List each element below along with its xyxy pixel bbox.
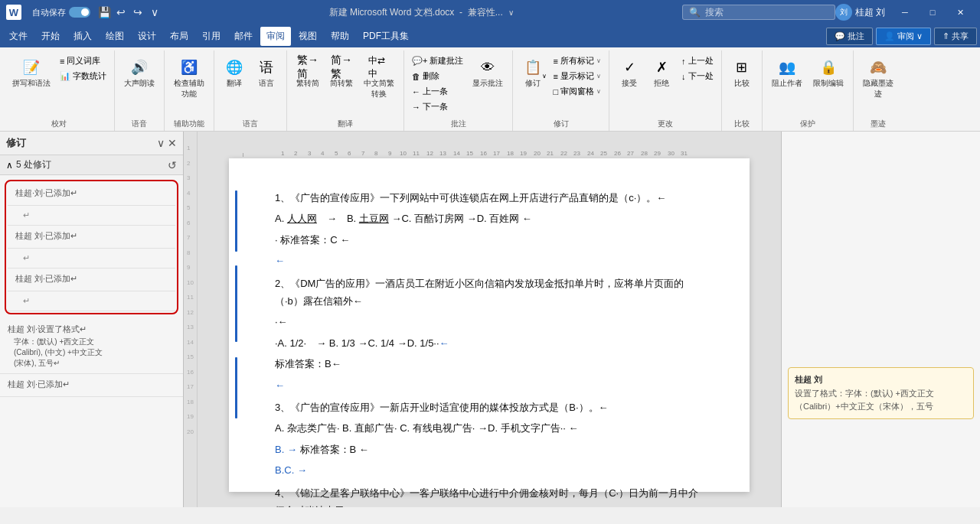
wordcount-button[interactable]: 📊 字数统计 [57,69,109,83]
menu-draw[interactable]: 绘图 [100,27,130,46]
thesaurus-button[interactable]: ≡ 同义词库 [57,54,109,68]
user-info[interactable]: 刘 桂超 刘 [835,4,885,21]
maximize-button[interactable]: □ [919,0,946,24]
comment-button[interactable]: 💬 批注 [826,28,873,45]
track-small-group: ≡ 所有标记 ∨ ≡ 显示标记 ∨ □ 审阅窗格 ∨ [550,54,604,99]
read-aloud-button[interactable]: 🔊 大声朗读 [119,54,159,92]
menu-home[interactable]: 开始 [35,27,66,46]
track-changes-button[interactable]: 📋 修订 ∨ [518,54,548,92]
q3-answers: A. 杂志类广告· B. 直邮广告· C. 有线电视广告· →D. 手机文字广告… [275,419,704,437]
ribbon-group-translate-content: 繁→简 繁转简 简→繁 简转繁 中⇄中 中文简繁转换 [292,50,399,117]
menu-file[interactable]: 文件 [3,27,34,46]
q3-added-text: B. → [275,444,297,455]
undo-icon[interactable]: ↩ [115,6,127,18]
document-area[interactable]: 1 2 3 4 5 6 7 8 9 10 11 12 13 14 15 16 1 [198,132,781,507]
block-authors-button[interactable]: 👥 阻止作者 [767,54,807,92]
check-accessibility-button[interactable]: ♿ 检查辅助功能 [169,54,209,103]
ruler: 1 2 3 4 5 6 7 8 9 10 11 12 13 14 15 16 1 [198,147,780,157]
review-dropdown[interactable]: ∨ [916,31,923,41]
share-label: 共享 [952,31,969,42]
language-button[interactable]: 语 语言 [251,54,282,92]
new-comment-button[interactable]: 💬+ 新建批注 [409,54,466,68]
revision-item[interactable]: 桂超 刘·已添加↵ [8,269,175,291]
revision-refresh-icon[interactable]: ↺ [168,159,177,171]
comment-author-name: 桂超 刘 [795,374,967,386]
title-search-bar[interactable]: 🔍 [682,5,835,20]
revision-item[interactable]: ↵ [8,249,175,269]
ribbon-group-compare-content: ⊞ 比较 [727,50,757,117]
document-page[interactable]: 1、《广告的宣传应用》一下列网站中可供连锁店在网上开店进行产品直销的是（c·）。… [229,158,750,492]
menu-design[interactable]: 设计 [132,27,162,46]
q1-a-underline: 人人网 [287,213,317,224]
menu-view[interactable]: 视图 [292,27,323,46]
ribbon-group-ink-content: 🙈 隐藏墨迹迹 [858,50,898,117]
revision-item[interactable]: 桂超·刘·已添加↵ [8,183,175,206]
menu-help[interactable]: 帮助 [325,27,355,46]
revision-item[interactable]: 桂超 刘·已添加↵ [8,226,175,249]
review-label: 审阅 [897,31,914,42]
menu-references[interactable]: 引用 [196,27,227,46]
restrict-editing-label: 限制编辑 [813,78,844,89]
menu-insert[interactable]: 插入 [67,27,98,46]
wordcount-icon: 📊 [60,71,70,81]
next-change-button[interactable]: ↓ 下一处 [678,69,717,83]
question-1: 1、《广告的宣传应用》一下列网站中可供连锁店在网上开店进行产品直销的是（c·）。… [275,189,704,270]
dropdown-arrow-title[interactable]: ∨ [508,8,514,17]
menu-mail[interactable]: 邮件 [228,27,259,46]
prev-comment-button[interactable]: ← 上一条 [409,84,466,99]
show-comments-button[interactable]: 👁 显示批注 [468,54,508,92]
menu-review[interactable]: 审阅 [260,27,291,46]
revision-item[interactable]: ↵ [8,206,175,226]
prev-change-label: 上一处 [688,55,714,67]
ribbon-group-proofing: 📝 拼写和语法 ≡ 同义词库 📊 字数统计 校对 [3,50,115,131]
accessibility-label: 检查辅助功能 [174,78,204,99]
restrict-editing-icon: 🔒 [818,57,839,78]
ribbon-group-accessibility: ♿ 检查辅助功能 辅助功能 [165,50,214,131]
track-changes-icon: 📋 [522,57,544,78]
accept-button[interactable]: ✓ 接受 [614,54,645,92]
title-bar: W 自动保存 💾 ↩ ↪ ∨ 新建 Microsoft Word 文档.docx… [0,0,980,24]
ribbon-group-track: 📋 修订 ∨ ≡ 所有标记 ∨ ≡ 显示标记 ∨ □ 审阅窗格 ∨ [513,50,609,131]
all-markup-button[interactable]: ≡ 所有标记 ∨ [550,54,604,68]
accept-icon: ✓ [619,57,640,78]
spelling-grammar-button[interactable]: 📝 拼写和语法 [8,54,55,92]
save-icon[interactable]: 💾 [98,6,110,18]
review-pane-button[interactable]: □ 审阅窗格 ∨ [550,84,604,99]
show-markup-button[interactable]: ≡ 显示标记 ∨ [550,69,604,83]
translate-group-label: 翻译 [338,117,353,131]
close-button[interactable]: ✕ [946,0,974,24]
chinese-convert-label: 中文简繁转换 [364,78,394,99]
delete-comment-button[interactable]: 🗑 删除 [409,69,466,83]
menu-pdf[interactable]: PDF工具集 [357,27,415,46]
restrict-editing-button[interactable]: 🔒 限制编辑 [808,54,848,92]
autosave-switch[interactable] [69,7,90,18]
simp-to-trad-button[interactable]: 简→繁 简转繁 [325,54,358,92]
more-icon[interactable]: ∨ [149,6,161,18]
revision-item-format[interactable]: 桂超 刘·设置了格式↵ 字体：(默认) +西文正文(Calibri), (中文)… [0,319,183,374]
chinese-convert-button[interactable]: 中⇄中 中文简繁转换 [359,54,399,103]
next-comment-button[interactable]: → 下一条 [409,99,466,114]
revision-count-bar[interactable]: ∧ 5 处修订 ↺ [0,155,183,175]
close-revision-panel-icon[interactable]: ✕ [168,137,177,149]
autosave-toggle[interactable]: 自动保存 [32,7,90,18]
redo-icon[interactable]: ↪ [132,6,144,18]
toggle-knob [81,8,89,16]
reject-button[interactable]: ✗ 拒绝 [646,54,677,92]
translate-button[interactable]: 🌐 翻译 [219,54,250,92]
hide-ink-button[interactable]: 🙈 隐藏墨迹迹 [858,54,898,103]
share-button[interactable]: ⇑ 共享 [934,28,977,45]
compare-label: 比较 [734,78,750,89]
track-dropdown-arrow[interactable]: ∨ [542,73,547,80]
ribbon-group-accessibility-content: ♿ 检查辅助功能 [169,50,209,117]
revision-list: 桂超·刘·已添加↵ ↵ 桂超 刘·已添加↵ ↵ 桂超 刘·已添加↵ [0,175,183,507]
revision-item[interactable]: ↵ [8,291,175,311]
revision-item[interactable]: 桂超 刘·已添加↵ [0,374,183,397]
collapse-icon[interactable]: ∨ [157,137,165,149]
review-button[interactable]: 👤 审阅 ∨ [876,28,931,45]
minimize-button[interactable]: ─ [891,0,919,24]
trad-to-simp-button[interactable]: 繁→简 繁转简 [292,54,324,92]
search-input[interactable] [705,7,820,18]
prev-change-button[interactable]: ↑ 上一处 [678,54,717,68]
menu-layout[interactable]: 布局 [164,27,194,46]
compare-button[interactable]: ⊞ 比较 [727,54,757,92]
